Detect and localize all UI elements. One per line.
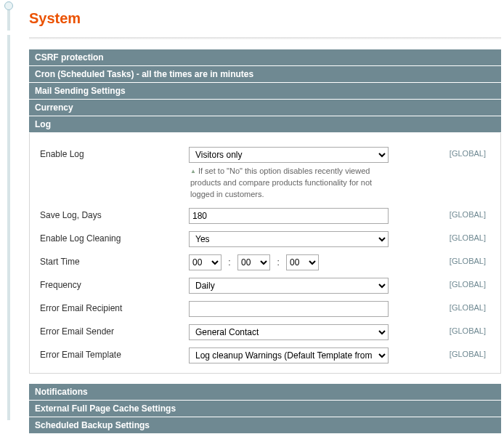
enable-log-select[interactable]: Visitors only [189, 147, 389, 163]
scope-label: [GLOBAL] [392, 301, 490, 312]
section-mail[interactable]: Mail Sending Settings [29, 83, 501, 100]
start-time-hh-select[interactable]: 00 [189, 254, 221, 270]
section-csrf[interactable]: CSRF protection [29, 49, 501, 66]
scope-label: [GLOBAL] [392, 278, 490, 289]
start-time-ss-select[interactable]: 00 [286, 254, 319, 270]
start-time-mm-select[interactable]: 00 [237, 254, 270, 270]
section-fpc[interactable]: External Full Page Cache Settings [29, 401, 501, 417]
section-notifications[interactable]: Notifications [29, 384, 501, 401]
error-email-template-label: Error Email Template [40, 347, 189, 360]
scope-label: [GLOBAL] [392, 324, 490, 335]
section-backup[interactable]: Scheduled Backup Settings [29, 417, 501, 434]
enable-log-hint: ▲If set to "No" this option disables rec… [189, 163, 392, 201]
section-log-body: Enable Log Visitors only ▲If set to "No"… [29, 133, 501, 374]
section-cron[interactable]: Cron (Scheduled Tasks) - all the times a… [29, 66, 501, 83]
save-log-days-label: Save Log, Days [40, 208, 189, 220]
start-time-label: Start Time [40, 254, 189, 267]
frequency-label: Frequency [40, 278, 189, 290]
scope-label: [GLOBAL] [392, 147, 490, 158]
save-log-days-input[interactable] [189, 208, 389, 224]
time-separator: : [224, 257, 235, 268]
frequency-select[interactable]: Daily [189, 278, 389, 294]
hint-triangle-icon: ▲ [190, 167, 196, 176]
enable-log-label: Enable Log [40, 147, 189, 159]
title-divider [29, 37, 501, 39]
error-email-sender-select[interactable]: General Contact [189, 324, 389, 340]
rail-handle-icon [4, 1, 13, 10]
error-email-template-select[interactable]: Log cleanup Warnings (Default Template f… [189, 347, 389, 363]
section-currency[interactable]: Currency [29, 100, 501, 116]
scope-label: [GLOBAL] [392, 254, 490, 265]
sidebar-rail [0, 0, 17, 434]
error-email-recipient-input[interactable] [189, 301, 389, 317]
error-email-recipient-label: Error Email Recipient [40, 301, 189, 313]
section-log[interactable]: Log [29, 116, 501, 133]
enable-log-cleaning-label: Enable Log Cleaning [40, 231, 189, 244]
scope-label: [GLOBAL] [392, 231, 490, 242]
scope-label: [GLOBAL] [392, 347, 490, 358]
time-separator: : [272, 257, 283, 268]
scope-label: [GLOBAL] [392, 208, 490, 219]
enable-log-cleaning-select[interactable]: Yes [189, 231, 389, 247]
page-title: System [29, 10, 501, 27]
error-email-sender-label: Error Email Sender [40, 324, 189, 337]
